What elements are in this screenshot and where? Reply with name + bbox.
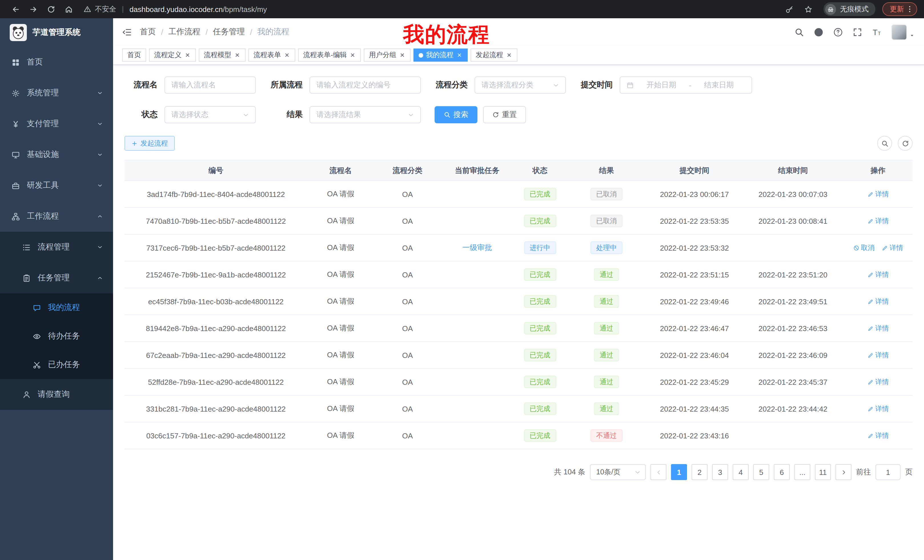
avatar[interactable] [891,24,907,40]
tab-label: 我的流程 [426,50,453,60]
page-button-1[interactable]: 1 [671,464,687,480]
submit-time-range-input[interactable]: 开始日期 - 结束日期 [620,76,752,94]
sidebar-item-dev-tools[interactable]: 研发工具 [0,170,113,201]
more-pages-button[interactable]: ... [794,464,810,480]
tab-0[interactable]: 首页 [122,48,146,61]
page-button-4[interactable]: 4 [733,464,748,480]
breadcrumb-item[interactable]: 任务管理 [213,27,245,37]
update-button[interactable]: 更新 [882,2,917,16]
address-bar[interactable]: 不安全 | dashboard.yudao.iocoder.cn/bpm/tas… [83,4,267,14]
current-task-link[interactable]: 一级审批 [462,243,492,252]
tab-6[interactable]: 我的流程 [414,48,468,61]
filter-name-input[interactable]: 请输入流程名 [165,76,256,94]
result-tag: 通过 [594,376,619,388]
page-button-11[interactable]: 11 [815,464,831,480]
sidebar-item-label: 任务管理 [38,273,70,283]
breadcrumb-item[interactable]: 首页 [140,27,156,37]
detail-action[interactable]: 详情 [867,350,889,360]
detail-action[interactable]: 详情 [867,216,889,226]
close-icon[interactable] [234,52,240,58]
browser-forward-icon[interactable] [29,5,38,13]
header-search-icon[interactable] [794,27,804,37]
tab-5[interactable]: 用户分组 [364,48,411,61]
detail-action[interactable]: 详情 [867,189,889,199]
sidebar-item-label: 研发工具 [27,180,59,191]
cell-id: 819442e8-7b9a-11ec-a290-acde48001122 [124,315,307,341]
close-icon[interactable] [456,52,463,58]
page-size-select[interactable]: 10条/页 [590,464,646,480]
key-icon[interactable] [785,5,794,13]
github-icon[interactable] [814,27,824,37]
detail-action[interactable]: 详情 [867,377,889,387]
filter-status-select[interactable]: 请选择状态 [165,106,256,123]
bookmark-star-icon[interactable] [804,5,813,13]
close-icon[interactable] [399,52,405,58]
cell-name: OA 请假 [307,234,374,261]
cell-end-time [742,422,843,449]
sidebar-item-todo-task[interactable]: 待办任务 [0,322,113,350]
reset-button[interactable]: 重置 [483,106,526,123]
page-button-6[interactable]: 6 [774,464,790,480]
page-button-3[interactable]: 3 [712,464,728,480]
sidebar-toggle-icon[interactable] [122,27,132,37]
sidebar-item-leave-query[interactable]: 请假查询 [0,379,113,410]
browser-back-icon[interactable] [11,5,20,13]
toggle-search-button[interactable] [877,136,892,151]
sidebar-item-home[interactable]: 首页 [0,47,113,78]
search-button[interactable]: 搜索 [435,106,477,123]
fullscreen-icon[interactable] [853,27,862,37]
sidebar-item-done-task[interactable]: 已办任务 [0,350,113,379]
tab-1[interactable]: 流程定义 [149,48,196,61]
logo-image [10,24,27,41]
cell-submit-time: 2022-01-22 23:53:35 [646,208,742,234]
sidebar-item-payment-management[interactable]: 支付管理 [0,108,113,139]
tab-4[interactable]: 流程表单-编辑 [298,48,361,61]
page-size-label: 10条/页 [596,467,621,477]
browser-menu-icon[interactable] [906,5,914,13]
goto-page-input[interactable]: 1 [876,464,901,480]
sidebar-item-my-process[interactable]: 我的流程 [0,293,113,322]
cell-id: 67c2eaab-7b9a-11ec-a290-acde48001122 [124,341,307,368]
user-menu[interactable] [891,24,915,40]
detail-action[interactable]: 详情 [867,296,889,306]
create-process-button[interactable]: 发起流程 [124,136,175,151]
breadcrumb-item[interactable]: 工作流程 [168,27,201,37]
cell-current-task [441,395,513,422]
page-button-2[interactable]: 2 [692,464,708,480]
close-icon[interactable] [506,52,512,58]
detail-action[interactable]: 详情 [867,323,889,333]
page-button-5[interactable]: 5 [753,464,769,480]
detail-action[interactable]: 详情 [882,243,903,253]
detail-action[interactable]: 详情 [867,431,889,440]
filter-definition-input[interactable]: 请输入流程定义的编号 [309,76,421,94]
sidebar-item-task-management[interactable]: 任务管理 [0,263,113,293]
cancel-action[interactable]: 取消 [853,243,874,253]
sidebar-item-process-management[interactable]: 流程管理 [0,232,113,263]
tab-2[interactable]: 流程模型 [199,48,246,61]
detail-action[interactable]: 详情 [867,270,889,279]
font-size-icon[interactable]: TT [872,27,882,37]
filter-category-placeholder: 请选择流程分类 [482,80,533,90]
next-page-button[interactable] [836,464,852,480]
detail-action[interactable]: 详情 [867,404,889,413]
sidebar-item-infrastructure[interactable]: 基础设施 [0,139,113,170]
close-icon[interactable] [284,52,290,58]
sidebar-item-system-management[interactable]: 系统管理 [0,78,113,108]
table-row: 7317cec6-7b9b-11ec-b5b7-acde48001122OA 请… [124,234,913,261]
tab-7[interactable]: 发起流程 [471,48,518,61]
browser-reload-icon[interactable] [47,5,56,13]
browser-chrome: 不安全 | dashboard.yudao.iocoder.cn/bpm/tas… [0,0,924,18]
refresh-table-button[interactable] [898,136,913,151]
filter-category-select[interactable]: 请选择流程分类 [475,76,566,94]
page-list: 123456...11 [671,464,831,480]
sidebar-item-workflow[interactable]: 工作流程 [0,201,113,232]
browser-home-icon[interactable] [64,5,73,13]
help-icon[interactable] [833,27,843,37]
close-icon[interactable] [184,52,191,58]
prev-page-button[interactable] [651,464,666,480]
cell-submit-time: 2022-01-22 23:51:15 [646,261,742,288]
result-tag: 通过 [594,295,619,308]
close-icon[interactable] [350,52,356,58]
tab-3[interactable]: 流程表单 [248,48,295,61]
filter-result-select[interactable]: 请选择流结果 [309,106,421,123]
